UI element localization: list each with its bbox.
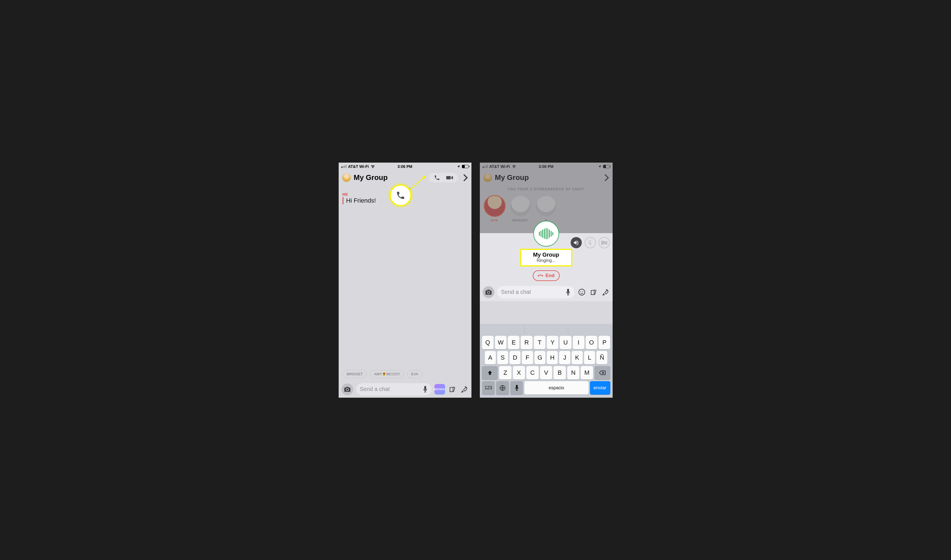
cards-icon[interactable] xyxy=(589,288,598,297)
key[interactable]: Y xyxy=(547,336,558,349)
key[interactable]: X xyxy=(513,366,525,380)
key[interactable]: L xyxy=(584,351,595,365)
camera-button[interactable] xyxy=(483,286,494,298)
call-title: My Group xyxy=(521,252,571,258)
hangup-icon xyxy=(537,274,543,277)
svg-point-2 xyxy=(582,291,583,292)
backspace-key[interactable] xyxy=(594,366,610,380)
key[interactable]: W xyxy=(495,336,506,349)
end-label: End xyxy=(545,273,554,278)
key[interactable]: R xyxy=(521,336,532,349)
numbers-key[interactable]: 123 xyxy=(482,381,495,395)
keyboard[interactable]: Q W E R T Y U I O P A S D F G H xyxy=(480,324,613,398)
key[interactable]: F xyxy=(522,351,533,365)
camera-icon xyxy=(485,290,492,295)
smile-icon[interactable] xyxy=(577,288,586,297)
waveform-icon xyxy=(533,221,559,246)
dictate-key[interactable] xyxy=(510,381,523,395)
clock: 3:06 PM xyxy=(339,164,471,169)
key[interactable]: Ñ xyxy=(596,351,607,365)
video-icon[interactable] xyxy=(446,175,453,180)
chat-input-bar: Send a chat xyxy=(480,286,613,298)
chip[interactable]: EVA xyxy=(407,370,422,378)
battery-icon xyxy=(462,165,469,168)
key[interactable]: Q xyxy=(482,336,494,349)
key-row: Q W E R T Y U I O P xyxy=(481,335,611,350)
phone-right: AT&T Wi-Fi 3:06 PM My Group YOU TOOK 2 S… xyxy=(480,163,613,398)
besties-sticker[interactable]: BESTIES? xyxy=(434,384,445,395)
placeholder: Send a chat xyxy=(360,386,390,392)
chat-header: My Group xyxy=(339,171,471,185)
phone-left: AT&T Wi-Fi 3:06 PM My Group TODAY xyxy=(339,163,471,398)
key[interactable]: J xyxy=(559,351,570,365)
chip[interactable]: AMY🌻MCCOY xyxy=(370,370,404,378)
camera-icon xyxy=(344,387,350,392)
call-sheet: My Group Ringing... End Send a chat xyxy=(480,233,613,301)
key[interactable]: A xyxy=(485,351,496,365)
mute-button[interactable] xyxy=(585,237,596,248)
key[interactable]: T xyxy=(534,336,545,349)
key[interactable]: D xyxy=(509,351,520,365)
cards-icon[interactable] xyxy=(448,385,457,394)
key[interactable]: I xyxy=(573,336,584,349)
phone-icon[interactable] xyxy=(434,175,440,181)
chip[interactable]: BRIDGET xyxy=(343,370,367,378)
mention-chips: BRIDGET AMY🌻MCCOY EVA xyxy=(339,370,471,378)
rocket-icon[interactable] xyxy=(460,385,469,394)
mic-icon[interactable] xyxy=(423,386,428,393)
key[interactable]: K xyxy=(572,351,583,365)
rocket-icon[interactable] xyxy=(601,288,610,297)
space-key[interactable]: espacio xyxy=(524,381,588,395)
key-row: A S D F G H J K L Ñ xyxy=(481,350,611,365)
key-row: Z X C V B N M xyxy=(481,365,611,380)
video-off-button[interactable] xyxy=(599,237,610,248)
key[interactable]: V xyxy=(540,366,553,380)
chat-title: My Group xyxy=(354,173,426,182)
key[interactable]: U xyxy=(560,336,571,349)
speaker-button[interactable] xyxy=(571,237,582,248)
key[interactable]: Z xyxy=(499,366,511,380)
key[interactable]: C xyxy=(526,366,539,380)
call-status-box: My Group Ringing... xyxy=(520,249,572,266)
phone-callout xyxy=(390,185,412,206)
key[interactable]: M xyxy=(581,366,593,380)
key[interactable]: E xyxy=(508,336,519,349)
key[interactable]: G xyxy=(534,351,545,365)
call-pill xyxy=(429,173,458,183)
phone-icon xyxy=(396,191,405,200)
call-status: Ringing... xyxy=(521,258,571,263)
shift-key[interactable] xyxy=(482,366,498,380)
end-call-button[interactable]: End xyxy=(533,270,560,281)
chevron-right-icon[interactable] xyxy=(463,174,468,182)
key-row: 123 espacio enviar xyxy=(481,380,611,395)
svg-point-1 xyxy=(580,291,581,292)
key[interactable]: B xyxy=(554,366,566,380)
chat-input-bar: Send a chat BESTIES? xyxy=(339,383,471,395)
svg-point-0 xyxy=(579,289,585,295)
chat-input[interactable]: Send a chat xyxy=(497,286,574,298)
avatar[interactable] xyxy=(342,173,351,182)
suggestion-bar[interactable] xyxy=(481,325,611,335)
key[interactable]: O xyxy=(586,336,597,349)
mic-icon[interactable] xyxy=(565,289,571,295)
send-key[interactable]: enviar xyxy=(590,381,610,395)
key[interactable]: N xyxy=(567,366,580,380)
key[interactable]: S xyxy=(497,351,508,365)
camera-button[interactable] xyxy=(341,383,353,395)
key[interactable]: H xyxy=(547,351,558,365)
status-bar: AT&T Wi-Fi 3:06 PM xyxy=(339,163,471,171)
call-controls xyxy=(571,237,610,248)
chat-input[interactable]: Send a chat xyxy=(356,383,432,395)
globe-key[interactable] xyxy=(496,381,509,395)
key[interactable]: P xyxy=(599,336,610,349)
placeholder: Send a chat xyxy=(501,289,531,295)
